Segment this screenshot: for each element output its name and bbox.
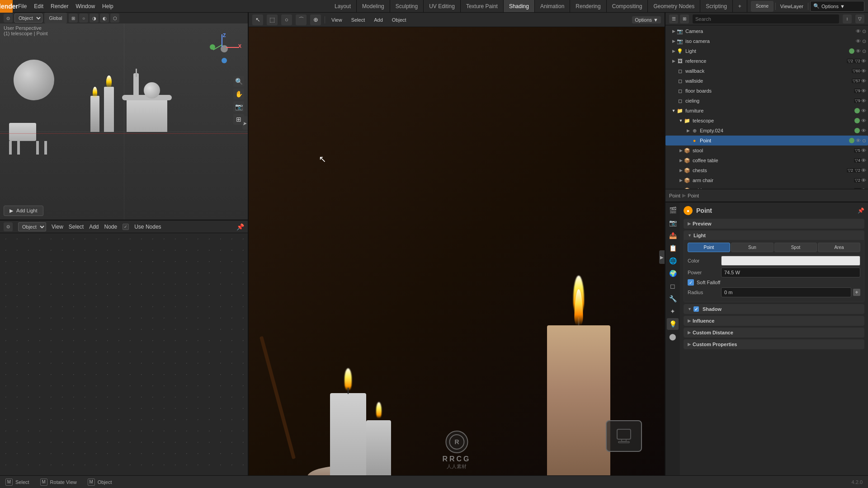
- node-object-mode-select[interactable]: Object: [18, 222, 46, 231]
- viewport-3d[interactable]: ⊙ Object Global ⊞ ○ ◑ ◐ ⬡ User Perspecti…: [0, 13, 248, 221]
- furniture-eye[interactable]: 👁: [861, 108, 866, 113]
- custom-props-header[interactable]: ▶ Custom Properties: [684, 340, 864, 349]
- grid-view-icon[interactable]: ⊞: [233, 114, 244, 125]
- tab-compositing[interactable]: Compositing: [607, 0, 648, 12]
- add-light-button[interactable]: ▶ Add Light: [4, 206, 43, 216]
- camera-view-icon[interactable]: 📷: [233, 101, 244, 112]
- outliner-item-wallside[interactable]: ◻ wallside ▽57 👁: [665, 76, 868, 86]
- outliner-item-chests[interactable]: ▶ 📦 chests ▽2 ▽2 👁: [665, 165, 868, 175]
- tab-scripting[interactable]: Scripting: [700, 0, 733, 12]
- props-view-layer-icon[interactable]: 📋: [667, 242, 679, 254]
- menu-window[interactable]: Window: [72, 1, 99, 11]
- outliner-item-light[interactable]: ▶ 💡 Light 👁 ⊙: [665, 46, 868, 56]
- expand-arrow-chests[interactable]: ▶: [678, 168, 684, 173]
- light-type-area[interactable]: Area: [818, 243, 860, 252]
- expand-arrow-camera[interactable]: ▶: [671, 28, 676, 34]
- empty024-eye[interactable]: 👁: [861, 128, 866, 133]
- wallside-eye[interactable]: 👁: [861, 78, 866, 84]
- expand-arrow-light[interactable]: ▶: [671, 48, 676, 54]
- global-mode-icon[interactable]: Global: [44, 13, 67, 23]
- props-render-icon[interactable]: 📷: [667, 217, 679, 229]
- tab-geometry-nodes[interactable]: Geometry Nodes: [648, 0, 700, 12]
- search-button[interactable]: 🔍 Options ▼: [810, 1, 864, 12]
- menu-edit[interactable]: Edit: [30, 1, 47, 11]
- expand-arrow-wallside[interactable]: [671, 78, 676, 84]
- node-pin-icon[interactable]: 📌: [236, 223, 244, 230]
- light-type-spot[interactable]: Spot: [774, 243, 817, 252]
- outliner-item-empty024[interactable]: ▶ ⊕ Empty.024 👁: [665, 126, 868, 136]
- preview-header[interactable]: ▶ Preview: [684, 219, 864, 228]
- expand-arrow-iso[interactable]: ▶: [671, 38, 676, 44]
- light-type-sun[interactable]: Sun: [731, 243, 774, 252]
- center-viewport[interactable]: ↖ R: [249, 27, 665, 488]
- select-circle-btn[interactable]: ○: [281, 14, 292, 25]
- node-view-label[interactable]: View: [52, 224, 63, 230]
- tab-uv-editing[interactable]: UV Editing: [424, 0, 461, 12]
- expand-arrow-coffee-table[interactable]: ▶: [678, 158, 684, 163]
- outliner-item-wallback[interactable]: ◻ wallback ▽60 👁: [665, 66, 868, 76]
- expand-arrow-furniture[interactable]: ▼: [671, 108, 676, 113]
- radius-plus-btn[interactable]: +: [853, 289, 860, 296]
- center-collapse-arrow[interactable]: ▶: [659, 250, 665, 264]
- radius-input[interactable]: 0 m: [721, 287, 851, 297]
- outliner-item-floorboards[interactable]: ◻ floor boards ▽9 👁: [665, 86, 868, 96]
- menu-help[interactable]: Help: [99, 1, 117, 11]
- outliner-filter-icon[interactable]: ☰: [669, 14, 678, 23]
- node-node-label[interactable]: Node: [104, 224, 118, 230]
- floor-eye[interactable]: 👁: [861, 88, 866, 94]
- expand-arrow-stool[interactable]: ▶: [678, 148, 684, 153]
- power-input[interactable]: 74.5 W: [721, 267, 860, 277]
- light-type-point[interactable]: Point: [688, 243, 730, 252]
- props-scene2-icon[interactable]: 🌐: [667, 255, 679, 267]
- use-nodes-checkbox[interactable]: ✓: [123, 224, 129, 230]
- custom-distance-header[interactable]: ▶ Custom Distance: [684, 328, 864, 337]
- stool-eye[interactable]: 👁: [861, 148, 866, 153]
- light-eye[interactable]: 👁: [856, 48, 861, 54]
- tab-sculpting[interactable]: Sculpting: [390, 0, 424, 12]
- options-btn[interactable]: Options ▼: [632, 16, 661, 23]
- camera-vis-eye[interactable]: 👁: [856, 28, 861, 34]
- outliner-display-icon[interactable]: ⊞: [680, 14, 689, 23]
- arm-chair-eye[interactable]: 👁: [861, 178, 866, 183]
- point-render[interactable]: ⊙: [862, 138, 866, 144]
- object-mode-select[interactable]: Object: [14, 14, 42, 23]
- breadcrumb-point[interactable]: Point: [669, 193, 680, 198]
- tab-texture-paint[interactable]: Texture Paint: [461, 0, 504, 12]
- cursor-btn[interactable]: ⊕: [310, 14, 321, 25]
- expand-arrow-telescope[interactable]: ▼: [678, 118, 684, 123]
- menu-file[interactable]: File: [14, 1, 30, 11]
- outliner-item-stool[interactable]: ▶ 📦 stool ▽5 👁: [665, 145, 868, 155]
- expand-arrow-empty024[interactable]: ▶: [685, 128, 691, 133]
- expand-arrow-reference[interactable]: ▶: [671, 58, 676, 64]
- tab-animation[interactable]: Animation: [535, 0, 570, 12]
- select-btn[interactable]: Select: [349, 16, 368, 23]
- chests-eye[interactable]: 👁: [861, 168, 866, 173]
- color-input[interactable]: [721, 256, 860, 266]
- light-section-header[interactable]: ▼ Light: [684, 231, 864, 240]
- coffee-table-eye[interactable]: 👁: [861, 158, 866, 163]
- expand-arrow-point[interactable]: [685, 138, 691, 143]
- outliner-item-cieling[interactable]: ◻ cieling ▽9 👁: [665, 96, 868, 106]
- tab-add[interactable]: +: [733, 0, 747, 12]
- props-object-icon[interactable]: ◻: [667, 280, 679, 292]
- influence-header[interactable]: ▶ Influence: [684, 316, 864, 325]
- hand-tool-icon[interactable]: ✋: [233, 89, 244, 99]
- reference-eye[interactable]: 👁: [861, 58, 866, 64]
- outliner-item-telescope[interactable]: ▼ 📁 telescope 👁: [665, 116, 868, 126]
- outliner-search-input[interactable]: [693, 14, 839, 23]
- outliner-item-furniture[interactable]: ▼ 📁 furniture 👁: [665, 106, 868, 116]
- tab-layout[interactable]: Layout: [329, 0, 357, 12]
- zoom-to-selected-icon[interactable]: 🔍: [233, 76, 244, 87]
- expand-arrow-wallback[interactable]: [671, 68, 676, 74]
- shadow-checkbox[interactable]: ✓: [693, 306, 699, 312]
- tab-modeling[interactable]: Modeling: [357, 0, 390, 12]
- wallback-eye[interactable]: 👁: [861, 68, 866, 74]
- viewport-icon-5[interactable]: ⬡: [110, 14, 119, 23]
- telescope-eye[interactable]: 👁: [861, 118, 866, 123]
- props-scene-icon[interactable]: 🎬: [667, 204, 679, 216]
- shadow-header[interactable]: ▼ ✓ Shadow: [684, 305, 864, 314]
- node-editor-body[interactable]: [0, 233, 248, 488]
- viewport-icon-3[interactable]: ◑: [90, 14, 99, 23]
- select-box-btn[interactable]: ⬚: [267, 14, 278, 25]
- add-btn[interactable]: Add: [371, 16, 386, 23]
